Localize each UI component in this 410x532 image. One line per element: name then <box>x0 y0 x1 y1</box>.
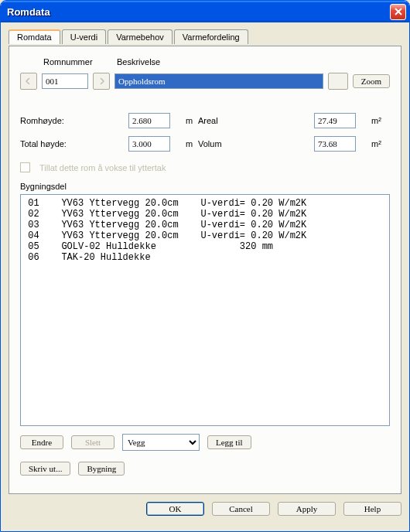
tab-varmebehov[interactable]: Varmebehov <box>108 29 173 44</box>
beskrivelse-input[interactable] <box>114 73 323 89</box>
tab-panel: Romnummer Beskrivelse Zoom <box>9 46 401 494</box>
areal-input[interactable] <box>314 113 356 128</box>
titlebar: Romdata <box>1 1 409 22</box>
chevron-right-icon <box>98 78 104 84</box>
label-beskrivelse: Beskrivelse <box>117 57 160 66</box>
tab-romdata[interactable]: Romdata <box>9 29 60 44</box>
label-romhoyde: Romhøyde: <box>20 116 128 125</box>
tab-uverdi[interactable]: U-verdi <box>62 29 106 44</box>
label-areal: Areal <box>198 116 260 125</box>
unit-m-1: m <box>186 116 198 125</box>
totalhoyde-input[interactable] <box>128 136 170 152</box>
window-title: Romdata <box>7 6 50 18</box>
label-romnummer: Romnummer <box>43 57 117 66</box>
slett-button[interactable]: Slett <box>71 435 114 449</box>
prev-room-button[interactable] <box>20 73 37 90</box>
close-button[interactable] <box>390 4 406 20</box>
label-volum: Volum <box>198 139 260 148</box>
label-tillat: Tillat dette rom å vokse til yttertak <box>39 163 166 172</box>
romhoyde-input[interactable] <box>128 113 170 128</box>
skrivut-button[interactable]: Skriv ut... <box>20 462 70 476</box>
close-icon <box>395 8 402 15</box>
next-room-button[interactable] <box>93 73 110 90</box>
endre-button[interactable]: Endre <box>20 435 63 449</box>
cancel-button[interactable]: Cancel <box>212 502 270 516</box>
label-bygningsdel: Bygningsdel <box>20 182 390 191</box>
tab-varmefordeling[interactable]: Varmefordeling <box>174 29 248 44</box>
tillat-checkbox[interactable] <box>20 162 30 172</box>
help-button[interactable]: Help <box>343 502 401 516</box>
bygningsdel-list[interactable]: 01 YV63 Yttervegg 20.0cm U-verdi= 0.20 W… <box>20 194 390 426</box>
chevron-left-icon <box>26 78 32 84</box>
apply-button[interactable]: Apply <box>278 502 336 516</box>
leggtil-button[interactable]: Legg til <box>207 435 251 449</box>
picker-button[interactable] <box>328 73 348 90</box>
unit-m-2: m <box>186 139 198 148</box>
volum-input[interactable] <box>314 136 356 152</box>
zoom-button[interactable]: Zoom <box>353 74 390 88</box>
unit-m2-2: m² <box>371 139 388 148</box>
unit-m2-1: m² <box>371 116 388 125</box>
ok-button[interactable]: OK <box>146 502 204 516</box>
type-select[interactable]: Vegg <box>122 434 200 451</box>
bygning-button[interactable]: Bygning <box>78 462 125 476</box>
romnummer-input[interactable] <box>42 73 88 89</box>
label-totalhoyde: Total høyde: <box>20 139 128 148</box>
